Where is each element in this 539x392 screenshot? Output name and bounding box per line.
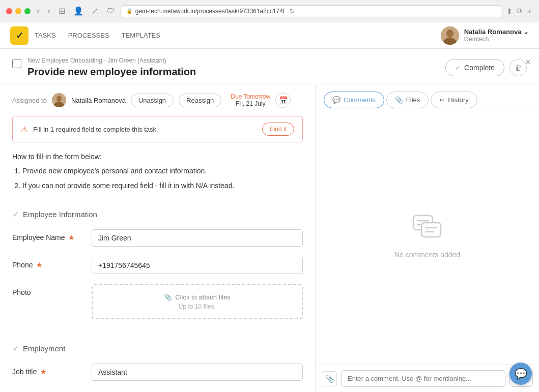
user-info[interactable]: Natalia Romanova ⌄ Gemtech bbox=[441, 26, 529, 45]
employee-name-field: Employee Name ★ bbox=[12, 229, 303, 247]
section-title-employee: Employee Information bbox=[23, 210, 97, 219]
share-button[interactable]: ⬆ bbox=[506, 7, 513, 15]
calendar-button[interactable]: 📅 bbox=[275, 93, 291, 108]
nav-links: TASKS PROCESSES TEMPLATES bbox=[35, 32, 160, 39]
instructions-heading: How to fill-in the form below: bbox=[12, 153, 303, 161]
warning-icon: ⚠ bbox=[21, 125, 28, 134]
photo-hint: Up to 10 files. bbox=[179, 303, 216, 310]
user-name: Natalia Romanova ⌄ bbox=[464, 28, 529, 36]
close-button[interactable]: × bbox=[525, 57, 531, 68]
app-logo: ✓ TASKS PROCESSES TEMPLATES bbox=[10, 26, 160, 45]
calendar-icon: 📅 bbox=[279, 96, 288, 104]
lock-icon: 🔒 bbox=[126, 8, 132, 14]
employment-section: ✓ Employment Job title ★ bbox=[12, 338, 303, 392]
assigned-to-label: Assigned to bbox=[12, 97, 47, 104]
find-it-button[interactable]: Find it bbox=[262, 123, 294, 136]
complete-check-icon: ✓ bbox=[455, 64, 461, 72]
section-check-icon-emp: ✓ bbox=[12, 344, 19, 353]
assignee-name: Natalia Romanova bbox=[71, 97, 126, 104]
task-header-left: New Employee Onboarding - Jim Green (Ass… bbox=[12, 57, 196, 78]
svg-rect-9 bbox=[421, 223, 441, 237]
photo-upload-label: 📎 Click to attach files bbox=[164, 293, 230, 301]
grid-button[interactable]: ⊞ bbox=[56, 5, 67, 17]
warning-text: Fill in 1 required field to complete thi… bbox=[33, 126, 257, 133]
chat-bubble-button[interactable]: 💬 bbox=[509, 363, 532, 385]
phone-label: Phone ★ bbox=[12, 257, 83, 269]
photo-upload-inner: 📎 Click to attach files Up to 10 files. bbox=[101, 293, 294, 310]
task-checkbox[interactable] bbox=[12, 59, 21, 68]
nav-templates[interactable]: TEMPLATES bbox=[122, 32, 160, 39]
delete-button[interactable]: 🗑 bbox=[509, 59, 527, 76]
logo-icon[interactable]: ✓ bbox=[10, 26, 29, 45]
reassign-button[interactable]: Reassign bbox=[179, 94, 221, 107]
shield-button[interactable]: 🛡 bbox=[104, 6, 117, 17]
job-title-label: Job title ★ bbox=[12, 364, 83, 376]
add-tab-button[interactable]: ＋ bbox=[526, 7, 533, 16]
attachment-button[interactable]: 📎 bbox=[322, 371, 337, 386]
back-button[interactable]: ‹ bbox=[35, 6, 41, 17]
comment-input-row: 📎 Se bbox=[316, 365, 539, 392]
forward-button[interactable]: › bbox=[45, 6, 52, 17]
section-header-employee: ✓ Employee Information bbox=[12, 209, 303, 219]
phone-field: Phone ★ bbox=[12, 257, 303, 274]
task-breadcrumb: New Employee Onboarding - Jim Green (Ass… bbox=[27, 57, 196, 64]
address-bar[interactable]: 🔒 gem-tech.metawork.io/processes/task/97… bbox=[121, 5, 502, 17]
employee-section: ✓ Employee Information Employee Name ★ P… bbox=[12, 203, 303, 331]
tabs-row: 💬 Comments 📎 Files ↩ History bbox=[316, 84, 539, 108]
instructions-list: Provide new employee's personal and cont… bbox=[22, 166, 303, 191]
task-body: Assigned to Natalia Romanova Unassign Re… bbox=[0, 84, 539, 392]
comment-input[interactable] bbox=[341, 370, 505, 387]
attachment-icon: 📎 bbox=[325, 375, 334, 383]
required-star-job: ★ bbox=[40, 368, 47, 376]
page-title: Provide new employee information bbox=[27, 66, 196, 78]
user-org: Gemtech bbox=[464, 36, 529, 43]
chat-bubble-icon: 💬 bbox=[515, 368, 527, 380]
task-title-block: New Employee Onboarding - Jim Green (Ass… bbox=[27, 57, 196, 78]
reload-icon[interactable]: ↻ bbox=[290, 8, 295, 15]
app-header: ✓ TASKS PROCESSES TEMPLATES Natalia Roma… bbox=[0, 22, 539, 49]
phone-input[interactable] bbox=[92, 257, 303, 274]
warning-banner: ⚠ Fill in 1 required field to complete t… bbox=[12, 116, 303, 142]
employee-name-label: Employee Name ★ bbox=[12, 229, 83, 242]
comments-icon: 💬 bbox=[332, 96, 341, 104]
complete-button[interactable]: ✓ Complete bbox=[445, 59, 504, 76]
section-header-employment: ✓ Employment bbox=[12, 344, 303, 353]
tab-history-label: History bbox=[448, 96, 468, 104]
tab-files[interactable]: 📎 Files bbox=[386, 92, 429, 108]
browser-chrome: ‹ › ⊞ 👤 ⤢ 🛡 🔒 gem-tech.metawork.io/proce… bbox=[0, 0, 539, 22]
required-star: ★ bbox=[68, 233, 75, 242]
dot-green[interactable] bbox=[24, 8, 31, 14]
complete-label: Complete bbox=[464, 64, 495, 72]
job-title-field: Job title ★ bbox=[12, 364, 303, 381]
job-title-input[interactable] bbox=[92, 364, 303, 381]
tab-comments[interactable]: 💬 Comments bbox=[324, 92, 384, 108]
employee-name-input[interactable] bbox=[92, 229, 303, 247]
instruction-item-2: If you can not provide some required fie… bbox=[22, 180, 303, 191]
svg-point-1 bbox=[446, 29, 453, 38]
expand-button[interactable]: ⤢ bbox=[90, 5, 100, 17]
required-star-phone: ★ bbox=[36, 261, 43, 269]
instructions: How to fill-in the form below: Provide n… bbox=[12, 153, 303, 191]
dot-red[interactable] bbox=[6, 8, 12, 14]
tabs-button[interactable]: ⧉ bbox=[517, 7, 522, 15]
due-date-value: Fri, 21 July bbox=[231, 100, 270, 107]
assignee-avatar bbox=[52, 93, 66, 107]
nav-processes[interactable]: PROCESSES bbox=[68, 32, 109, 39]
no-comments-text: No comments added bbox=[394, 251, 460, 259]
photo-upload[interactable]: 📎 Click to attach files Up to 10 files. bbox=[92, 284, 303, 319]
url-text: gem-tech.metawork.io/processes/task/9733… bbox=[135, 8, 285, 15]
comments-area: No comments added bbox=[316, 108, 539, 365]
photo-field: Photo 📎 Click to attach files Up to 10 f… bbox=[12, 284, 303, 319]
history-icon: ↩ bbox=[439, 96, 445, 104]
nav-tasks[interactable]: TASKS bbox=[35, 32, 56, 39]
browser-dots bbox=[6, 8, 31, 14]
person-button[interactable]: 👤 bbox=[71, 5, 86, 17]
photo-label: Photo bbox=[12, 284, 83, 296]
unassign-button[interactable]: Unassign bbox=[131, 94, 174, 107]
right-panel: 💬 Comments 📎 Files ↩ History bbox=[316, 84, 539, 392]
user-avatar bbox=[441, 26, 459, 45]
dot-yellow[interactable] bbox=[15, 8, 21, 14]
section-check-icon: ✓ bbox=[12, 209, 19, 219]
instruction-item-1: Provide new employee's personal and cont… bbox=[22, 166, 303, 176]
tab-history[interactable]: ↩ History bbox=[431, 92, 477, 108]
